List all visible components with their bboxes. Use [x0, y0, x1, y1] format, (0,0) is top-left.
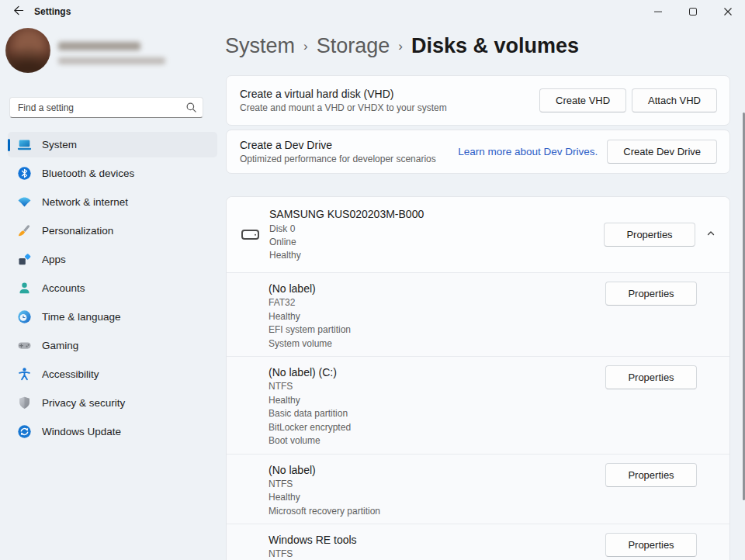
disk-detail-line: Disk 0	[269, 223, 424, 236]
sidebar-item-personalization[interactable]: Personalization	[8, 218, 217, 244]
privacy-icon	[17, 396, 32, 410]
gaming-icon	[17, 338, 32, 353]
accessibility-icon	[17, 367, 32, 382]
maximize-button[interactable]	[675, 0, 710, 23]
collapse-button[interactable]	[700, 224, 722, 246]
sidebar-item-label: Bluetooth & devices	[42, 168, 134, 179]
sidebar-item-accounts[interactable]: Accounts	[8, 275, 217, 301]
volume-row: (No label) (C:) NTFSHealthyBasic data pa…	[227, 356, 729, 454]
volume-detail-line: EFI system partition	[269, 323, 351, 337]
volume-list: (No label) FAT32HealthyEFI system partit…	[227, 272, 729, 560]
volume-properties-button[interactable]: Properties	[605, 365, 697, 389]
sidebar-item-label: Privacy & security	[42, 397, 125, 409]
volume-details: NTFSHealthyMicrosoft recovery partition	[269, 478, 380, 519]
breadcrumb-separator: ›	[295, 39, 317, 54]
volume-name: (No label)	[269, 463, 380, 477]
volume-details: FAT32HealthyEFI system partitionSystem v…	[269, 296, 351, 351]
disk-card: SAMSUNG KUS020203M-B000 Disk 0OnlineHeal…	[226, 196, 730, 560]
volume-details: NTFSHealthyBasic data partitionBitLocker…	[269, 380, 351, 448]
search-box	[9, 97, 203, 118]
volume-detail-line: System volume	[269, 337, 351, 351]
sidebar-item-time-language[interactable]: Time & language	[8, 304, 217, 330]
sidebar: System Bluetooth & devices Network & int…	[0, 23, 225, 560]
profile-email-blurred	[58, 57, 165, 64]
minimize-button[interactable]	[640, 0, 675, 23]
volume-detail-line: Boot volume	[269, 434, 351, 448]
system-icon	[17, 137, 32, 152]
volume-name: (No label) (C:)	[269, 365, 351, 379]
volume-detail-line: BitLocker encrypted	[269, 421, 351, 435]
app-title: Settings	[34, 6, 71, 17]
back-arrow-icon	[12, 5, 24, 19]
volume-properties-button[interactable]: Properties	[605, 282, 697, 306]
network-icon	[17, 195, 32, 209]
titlebar: Settings	[0, 0, 745, 23]
disk-details: Disk 0OnlineHealthy	[269, 223, 424, 262]
chevron-up-icon	[705, 228, 716, 242]
dev-drive-card-title: Create a Dev Drive	[240, 139, 436, 151]
volume-properties-button[interactable]: Properties	[605, 463, 697, 487]
breadcrumb: System›Storage›Disks & volumes	[225, 34, 579, 58]
volume-name: Windows RE tools	[269, 533, 357, 547]
time-language-icon	[17, 309, 32, 324]
disk-name: SAMSUNG KUS020203M-B000	[269, 208, 424, 220]
volume-detail-line: Healthy	[269, 310, 351, 324]
profile-area[interactable]	[5, 28, 215, 76]
profile-name-blurred	[58, 42, 140, 50]
breadcrumb-system[interactable]: System	[225, 34, 295, 58]
dev-drive-learn-more-link[interactable]: Learn more about Dev Drives.	[458, 146, 598, 157]
volume-row: (No label) FAT32HealthyEFI system partit…	[227, 272, 729, 356]
sidebar-item-label: Gaming	[42, 340, 78, 351]
close-icon	[724, 8, 732, 16]
disk-detail-line: Healthy	[269, 249, 424, 262]
volume-detail-line: FAT32	[269, 296, 351, 310]
volume-detail-line: Basic data partition	[269, 407, 351, 421]
sidebar-item-label: System	[42, 139, 77, 150]
sidebar-item-label: Personalization	[42, 225, 113, 237]
sidebar-item-label: Time & language	[42, 311, 121, 323]
sidebar-item-gaming[interactable]: Gaming	[8, 333, 217, 358]
volume-name: (No label)	[269, 282, 351, 296]
sidebar-item-windows-update[interactable]: Windows Update	[8, 419, 217, 444]
volume-detail-line: NTFS	[269, 478, 380, 492]
sidebar-nav: System Bluetooth & devices Network & int…	[0, 132, 225, 448]
create-dev-drive-button[interactable]: Create Dev Drive	[607, 140, 717, 164]
minimize-icon	[654, 8, 662, 16]
personalization-icon	[17, 223, 32, 238]
disk-drive-icon	[241, 230, 259, 240]
close-button[interactable]	[710, 0, 745, 23]
sidebar-item-label: Windows Update	[42, 426, 121, 437]
volume-detail-line: NTFS	[269, 380, 351, 394]
disk-properties-button[interactable]: Properties	[604, 223, 695, 247]
create-vhd-button[interactable]: Create VHD	[539, 88, 626, 112]
windows-update-icon	[17, 424, 32, 439]
volume-row: Windows RE tools NTFSHealthy Properties	[227, 524, 729, 560]
sidebar-item-network-internet[interactable]: Network & internet	[8, 189, 217, 215]
search-icon[interactable]	[185, 102, 197, 116]
sidebar-item-system[interactable]: System	[8, 132, 217, 157]
apps-icon	[17, 252, 32, 267]
volume-properties-button[interactable]: Properties	[605, 533, 697, 557]
dev-drive-card: Create a Dev Drive Optimized performance…	[226, 130, 730, 174]
sidebar-item-label: Accessibility	[42, 368, 99, 380]
vertical-scrollbar[interactable]	[743, 112, 745, 500]
bluetooth-icon	[17, 166, 32, 181]
sidebar-item-apps[interactable]: Apps	[8, 247, 217, 272]
breadcrumb-storage[interactable]: Storage	[317, 34, 390, 58]
attach-vhd-button[interactable]: Attach VHD	[632, 88, 717, 112]
breadcrumb-separator: ›	[390, 39, 411, 54]
disk-header-row: SAMSUNG KUS020203M-B000 Disk 0OnlineHeal…	[227, 197, 729, 272]
search-input[interactable]	[9, 97, 203, 118]
back-button[interactable]	[6, 2, 29, 21]
sidebar-item-privacy-security[interactable]: Privacy & security	[8, 390, 217, 416]
sidebar-item-label: Network & internet	[42, 196, 128, 208]
vhd-card-title: Create a virtual hard disk (VHD)	[240, 88, 447, 100]
sidebar-item-accessibility[interactable]: Accessibility	[8, 361, 217, 387]
volume-detail-line: NTFS	[269, 548, 357, 560]
dev-drive-card-subtitle: Optimized performance for developer scen…	[240, 154, 436, 164]
accounts-icon	[17, 281, 32, 296]
sidebar-item-bluetooth-devices[interactable]: Bluetooth & devices	[8, 161, 217, 186]
sidebar-item-label: Apps	[42, 254, 66, 265]
volume-details: NTFSHealthy	[269, 548, 357, 560]
sidebar-item-label: Accounts	[42, 282, 85, 294]
